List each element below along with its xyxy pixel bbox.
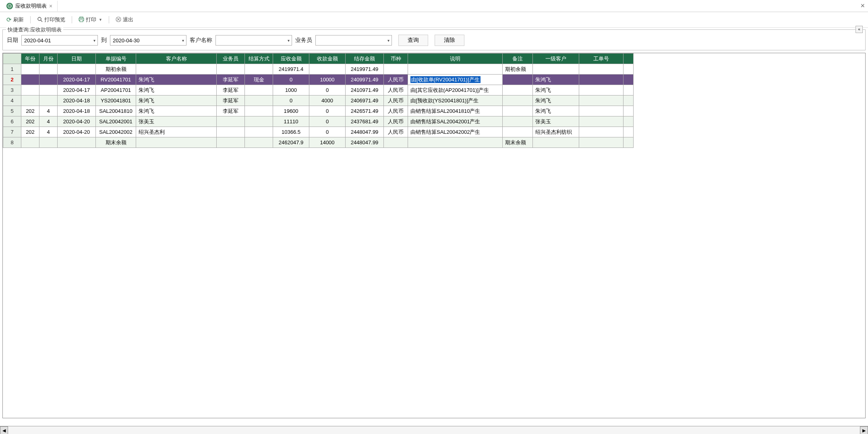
cell[interactable]: 由销售结算SAL20042002产生 (408, 127, 503, 137)
cell[interactable] (245, 127, 273, 137)
cell[interactable] (503, 106, 533, 116)
cell[interactable]: 2020-04-17 (58, 85, 96, 96)
column-header[interactable]: 年份 (21, 54, 39, 64)
cell[interactable] (309, 64, 346, 75)
cell[interactable] (408, 64, 503, 75)
row-number[interactable]: 1 (3, 64, 21, 75)
cell[interactable]: 期末余额 (96, 137, 136, 148)
date-from-input[interactable] (21, 35, 98, 46)
cell[interactable]: 2020-04-20 (58, 116, 96, 127)
cell[interactable] (503, 127, 533, 137)
table-row[interactable]: 1期初余额2419971.42419971.49期初余额 (3, 64, 634, 75)
cell[interactable]: 张美玉 (136, 116, 217, 127)
cell[interactable] (579, 106, 624, 116)
cell[interactable] (384, 64, 408, 75)
cell[interactable]: AP20041701 (96, 85, 136, 96)
cell[interactable]: SAL20042002 (96, 127, 136, 137)
cell[interactable] (533, 64, 579, 75)
column-header[interactable]: 币种 (384, 54, 408, 64)
cell[interactable]: 2448047.99 (346, 127, 384, 137)
cell[interactable] (217, 137, 245, 148)
cell[interactable] (39, 96, 58, 106)
cell[interactable]: 2410971.49 (346, 85, 384, 96)
cell[interactable]: 李延军 (217, 96, 245, 106)
table-row[interactable]: 22020-04-17RV20041701朱鸿飞李延军现金01000024099… (3, 75, 634, 85)
cell[interactable]: 10366.5 (273, 127, 309, 137)
cell[interactable] (624, 64, 634, 75)
cell[interactable] (533, 137, 579, 148)
column-header[interactable]: 结算方式 (245, 54, 273, 64)
cell[interactable]: 0 (309, 106, 346, 116)
print-preview-button[interactable]: 打印预览 (34, 15, 68, 25)
cell[interactable]: 人民币 (384, 127, 408, 137)
column-header[interactable]: 客户名称 (136, 54, 217, 64)
row-number[interactable]: 3 (3, 85, 21, 96)
cell[interactable]: 2419971.49 (346, 64, 384, 75)
cell[interactable]: 人民币 (384, 116, 408, 127)
cell[interactable] (39, 75, 58, 85)
column-header[interactable] (624, 54, 634, 64)
cell[interactable]: 由销售结算SAL20042001产生 (408, 116, 503, 127)
cell[interactable]: 2437681.49 (346, 116, 384, 127)
data-grid[interactable]: 年份月份日期单据编号客户名称业务员结算方式应收金额收款金额结存金额币种说明备注一… (2, 53, 866, 418)
cell[interactable] (579, 96, 624, 106)
cell[interactable]: 2409971.49 (346, 75, 384, 85)
cell[interactable]: 期初余额 (96, 64, 136, 75)
cell[interactable]: SAL20042001 (96, 116, 136, 127)
cell[interactable]: 11110 (273, 116, 309, 127)
cell[interactable] (21, 137, 39, 148)
cell[interactable]: 0 (309, 127, 346, 137)
cell[interactable]: 10000 (309, 75, 346, 85)
cell[interactable]: 张美玉 (533, 116, 579, 127)
cell[interactable]: 朱鸿飞 (533, 106, 579, 116)
cell[interactable] (136, 64, 217, 75)
cell[interactable]: YS20041801 (96, 96, 136, 106)
sales-input[interactable] (315, 35, 392, 46)
cell[interactable] (39, 64, 58, 75)
cell[interactable]: 2020-04-18 (58, 106, 96, 116)
row-number[interactable]: 2 (3, 75, 21, 85)
cell[interactable] (579, 137, 624, 148)
cell[interactable]: RV20041701 (96, 75, 136, 85)
cell[interactable]: 李延军 (217, 75, 245, 85)
cell[interactable] (39, 85, 58, 96)
cell[interactable]: 绍兴圣杰利 (136, 127, 217, 137)
cell[interactable]: 朱鸿飞 (136, 96, 217, 106)
cell[interactable]: 2020-04-20 (58, 127, 96, 137)
cell[interactable] (58, 137, 96, 148)
cell[interactable] (21, 64, 39, 75)
cell[interactable]: 2426571.49 (346, 106, 384, 116)
cell[interactable] (503, 75, 533, 85)
table-row[interactable]: 720242020-04-20SAL20042002绍兴圣杰利10366.502… (3, 127, 634, 137)
table-row[interactable]: 8期末余额2462047.9140002448047.99期末余额 (3, 137, 634, 148)
cell[interactable]: 由[其它应收款(AP20041701)]产生 (408, 85, 503, 96)
query-button[interactable]: 查询 (398, 35, 428, 46)
column-header[interactable]: 月份 (39, 54, 58, 64)
cell[interactable] (408, 137, 503, 148)
cell[interactable] (624, 75, 634, 85)
date-to-input[interactable] (110, 35, 186, 46)
cell[interactable] (245, 85, 273, 96)
cell[interactable]: 李延军 (217, 85, 245, 96)
cell[interactable]: 2020-04-17 (58, 75, 96, 85)
cell[interactable] (217, 64, 245, 75)
cell[interactable]: 4 (39, 127, 58, 137)
cell[interactable] (21, 96, 39, 106)
collapse-icon[interactable]: « (856, 26, 863, 33)
cell[interactable] (217, 116, 245, 127)
cell[interactable] (624, 137, 634, 148)
column-header[interactable]: 收款金额 (309, 54, 346, 64)
cell[interactable]: 李延军 (217, 106, 245, 116)
cell[interactable]: 期末余额 (503, 137, 533, 148)
cell[interactable]: 人民币 (384, 75, 408, 85)
cell[interactable] (245, 64, 273, 75)
column-header[interactable]: 一级客户 (533, 54, 579, 64)
row-number[interactable]: 6 (3, 116, 21, 127)
cell[interactable] (624, 85, 634, 96)
cell[interactable]: 人民币 (384, 106, 408, 116)
cell[interactable]: 2419971.4 (273, 64, 309, 75)
close-icon[interactable]: × (49, 3, 52, 9)
cell[interactable]: 19600 (273, 106, 309, 116)
table-row[interactable]: 620242020-04-20SAL20042001张美玉11110024376… (3, 116, 634, 127)
row-number[interactable]: 4 (3, 96, 21, 106)
